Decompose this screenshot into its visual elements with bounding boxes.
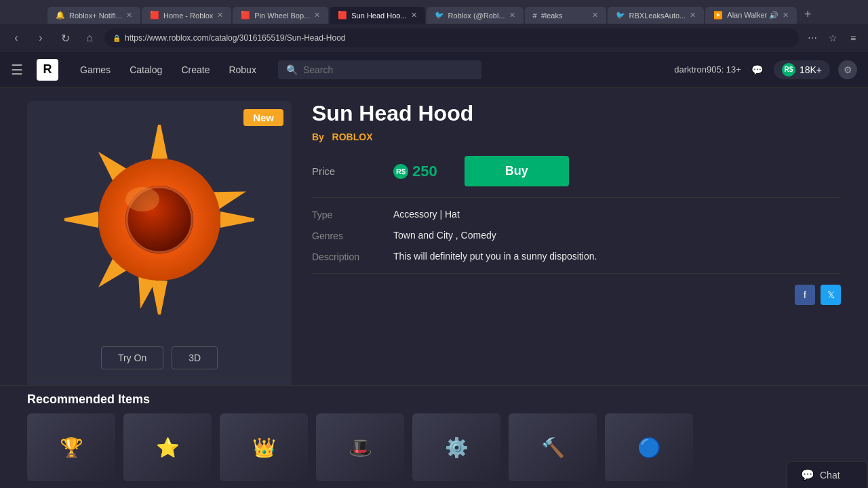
social-icons: f 𝕏 — [312, 285, 841, 305]
description-row: Description This will definitely put you… — [312, 251, 841, 262]
genres-row: Genres Town and City , Comedy — [312, 230, 841, 241]
item-image-panel: New — [27, 101, 292, 385]
search-box[interactable]: 🔍 — [278, 60, 481, 79]
svg-marker-0 — [151, 125, 167, 159]
svg-marker-5 — [64, 211, 98, 228]
rec-item-5[interactable]: 🔨 — [509, 413, 597, 481]
browser-nav-bar: ‹ › ↻ ⌂ 🔒 https://www.roblox.com/catalog… — [0, 24, 868, 52]
tab-pin-wheel[interactable]: 🟥 Pin Wheel Bop... ✕ — [233, 7, 328, 24]
roblox-nav: Games Catalog Create Robux — [72, 60, 264, 79]
new-badge: New — [243, 109, 283, 126]
menu-icon[interactable]: ≡ — [845, 30, 861, 46]
address-bar[interactable]: 🔒 https://www.roblox.com/catalog/3016165… — [104, 28, 799, 47]
chat-icon-header[interactable]: 💬 — [749, 62, 766, 78]
tab-close-icon[interactable]: ✕ — [217, 11, 223, 20]
price-number: 250 — [412, 163, 437, 180]
nav-create[interactable]: Create — [173, 60, 218, 79]
tab-close-icon[interactable]: ✕ — [690, 11, 696, 20]
rec-item-0[interactable]: 🏆 — [27, 413, 115, 481]
bookmark-icon[interactable]: ☆ — [825, 30, 841, 46]
tab-close-icon[interactable]: ✕ — [411, 11, 417, 20]
rec-item-image-5: 🔨 — [509, 413, 597, 481]
tab-label: #leaks — [541, 12, 563, 20]
roblox-logo[interactable]: R — [37, 59, 58, 81]
price-value: R$ 250 — [393, 163, 437, 180]
tab-label: Pin Wheel Bop... — [254, 12, 310, 20]
recommended-title: Recommended Items — [27, 392, 841, 407]
price-label: Price — [312, 165, 380, 177]
tab-label: Sun Head Hoo... — [351, 12, 406, 20]
tab-favicon: ▶️ — [713, 11, 723, 20]
search-input[interactable] — [303, 64, 473, 75]
lock-icon: 🔒 — [113, 35, 121, 42]
new-tab-button[interactable]: + — [798, 5, 817, 24]
tab-close-icon[interactable]: ✕ — [509, 11, 515, 20]
rec-item-4[interactable]: ⚙️ — [412, 413, 500, 481]
type-value: Accessory | Hat — [393, 209, 460, 220]
rec-item-1[interactable]: ⭐ — [123, 413, 212, 481]
rec-item-3[interactable]: 🎩 — [316, 413, 404, 481]
header-right: darktron905: 13+ 💬 R$ 18K+ ⚙ — [674, 60, 857, 79]
chat-widget[interactable]: 💬 Chat — [787, 461, 868, 488]
rec-item-image-3: 🎩 — [316, 413, 404, 481]
image-actions: Try On 3D — [27, 338, 292, 378]
home-button[interactable]: ⌂ — [80, 28, 99, 47]
chat-label: Chat — [820, 470, 840, 481]
genres-label: Genres — [312, 230, 393, 241]
tab-close-icon[interactable]: ✕ — [126, 11, 132, 20]
rec-item-6[interactable]: 🔵 — [605, 413, 693, 481]
rec-item-image-6: 🔵 — [605, 413, 693, 481]
rec-item-image-0: 🏆 — [27, 413, 115, 481]
tab-close-icon[interactable]: ✕ — [314, 11, 320, 20]
tab-roblox-twitter[interactable]: 🐦 Roblox (@Robl... ✕ — [427, 7, 524, 24]
try-on-button[interactable]: Try On — [101, 346, 163, 369]
tab-favicon: 🟥 — [150, 11, 159, 20]
svg-marker-7 — [151, 281, 167, 314]
back-button[interactable]: ‹ — [7, 28, 26, 47]
tab-home-roblox[interactable]: 🟥 Home - Roblox ✕ — [142, 7, 231, 24]
tab-leaks[interactable]: # #leaks ✕ — [525, 7, 606, 24]
tab-sun-head-hood[interactable]: 🟥 Sun Head Hoo... ✕ — [330, 7, 425, 24]
type-label: Type — [312, 209, 393, 220]
rec-item-2[interactable]: 👑 — [220, 413, 308, 481]
item-footer: ☆ 1,140 — [27, 378, 292, 385]
robux-button[interactable]: R$ 18K+ — [774, 60, 830, 79]
tab-favicon: # — [533, 12, 537, 20]
tab-close-icon[interactable]: ✕ — [592, 11, 598, 20]
content-area: New — [0, 87, 868, 385]
tab-label: RBXLeaksAuto... — [629, 12, 686, 20]
tab-favicon: 🟥 — [241, 11, 250, 20]
three-d-button[interactable]: 3D — [172, 346, 218, 369]
tab-label: Roblox (@Robl... — [448, 12, 505, 20]
tab-label: Roblox+ Notifi... — [69, 12, 122, 20]
tab-close-icon[interactable]: ✕ — [783, 11, 789, 20]
robux-icon: R$ — [782, 63, 795, 77]
facebook-share-button[interactable]: f — [795, 285, 815, 305]
nav-games[interactable]: Games — [72, 60, 119, 79]
tab-alan-walker[interactable]: ▶️ Alan Walker 🔊 ✕ — [705, 7, 797, 24]
tab-label: Alan Walker 🔊 — [727, 11, 778, 20]
nav-catalog[interactable]: Catalog — [121, 60, 170, 79]
forward-button[interactable]: › — [31, 28, 50, 47]
refresh-button[interactable]: ↻ — [56, 28, 75, 47]
item-title: Sun Head Hood — [312, 101, 841, 126]
robux-price-icon: R$ — [393, 164, 408, 179]
rec-item-image-1: ⭐ — [123, 413, 212, 481]
description-value: This will definitely put you in a sunny … — [393, 251, 597, 262]
main-content: New — [0, 87, 868, 488]
tab-roblox-notif[interactable]: 🔔 Roblox+ Notifi... ✕ — [47, 7, 140, 24]
settings-icon[interactable]: ⚙ — [838, 60, 857, 79]
browser-tabs: 🔔 Roblox+ Notifi... ✕ 🟥 Home - Roblox ✕ … — [0, 0, 868, 24]
extensions-icon[interactable]: ⋯ — [804, 30, 821, 46]
tab-favicon: 🟥 — [338, 11, 347, 20]
description-label: Description — [312, 251, 393, 262]
sun-svg — [64, 125, 254, 314]
hamburger-menu-button[interactable]: ☰ — [11, 62, 23, 78]
address-text: https://www.roblox.com/catalog/301616551… — [125, 33, 346, 43]
twitter-share-button[interactable]: 𝕏 — [821, 285, 841, 305]
buy-button[interactable]: Buy — [465, 156, 569, 186]
nav-robux[interactable]: Robux — [220, 60, 264, 79]
tab-rbx-leaks[interactable]: 🐦 RBXLeaksAuto... ✕ — [608, 7, 705, 24]
type-row: Type Accessory | Hat — [312, 209, 841, 220]
creator-name[interactable]: ROBLOX — [332, 131, 373, 142]
